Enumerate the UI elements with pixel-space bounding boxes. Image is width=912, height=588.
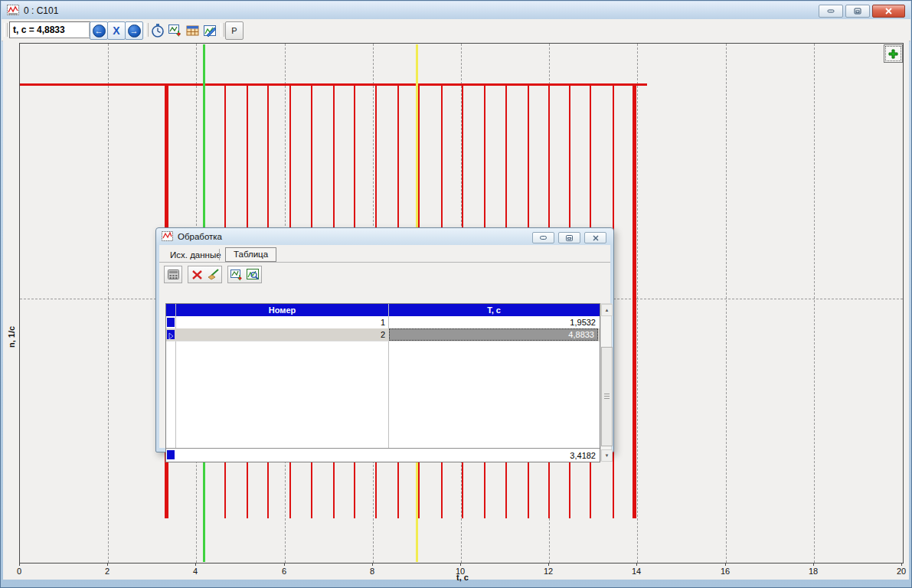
row-arrow-icon [167,332,175,341]
table-footer-row[interactable]: 3,4182 [166,448,600,462]
maximize-button[interactable] [845,5,870,18]
x-tick [372,563,373,566]
cell-number[interactable]: 2 [176,328,388,341]
table-scrollbar[interactable]: ▲ ▼ [600,303,612,461]
x-tick [195,563,196,566]
back-button[interactable]: ← [90,21,108,40]
dialog-maximize-button[interactable] [558,232,580,243]
scroll-up-button[interactable]: ▲ [601,304,613,316]
x-tick-label: 12 [544,567,553,576]
dialog-title-bar[interactable]: Обработка [156,228,613,245]
back-icon: ← [93,24,106,38]
table-row-selected[interactable]: 2 4,8833 [166,328,600,341]
gridline-vertical [726,44,727,563]
close-icon [593,235,599,241]
forward-button[interactable]: → [125,21,143,40]
stopwatch-icon [151,24,165,38]
chart-edit-button[interactable] [201,21,220,40]
thumb-grip [604,394,610,394]
x-tick [813,563,814,566]
current-row-marker [167,330,175,339]
delete-row-button[interactable] [188,266,206,283]
thumb-grip [604,396,610,397]
gridline-vertical [814,44,815,563]
cell-t[interactable]: 1,9532 [389,316,599,328]
x-tick-label: 6 [282,567,286,576]
minimize-icon [827,9,835,13]
dialog-minimize-button[interactable] [532,232,554,243]
column-header-number[interactable]: Номер [176,304,388,316]
x-tick [460,563,461,566]
maximize-icon [566,235,573,241]
dialog-toolbar [164,265,606,283]
x-tick [636,563,637,566]
x-tick [548,563,549,566]
close-button[interactable] [872,5,905,18]
table-icon [186,24,200,37]
x-tick-label: 14 [632,567,641,576]
minimize-button[interactable] [819,5,843,18]
row-marker [167,450,175,459]
selected-cell-t[interactable]: 4,8833 [389,328,598,341]
x-tick-label: 2 [105,567,110,576]
app-window: 0 : C101 t, c = 4,8833 ← X → [0,0,912,588]
y-axis-label: n, 1/c [7,326,16,348]
processing-dialog: Обработка Исх. данные Таблица [155,227,614,452]
tab-separator [219,249,220,260]
cursor-readout-field[interactable]: t, c = 4,8833 [9,21,90,38]
table-row[interactable]: 1 1,9532 [166,316,600,329]
x-tick [284,563,285,566]
chart-zoom-icon [247,269,260,280]
clear-x-icon: X [113,24,119,37]
x-tick [901,563,902,566]
thumb-grip [604,398,610,399]
x-tick-label: 10 [456,567,465,576]
dialog-title: Обработка [178,232,222,241]
tab-strip: Исх. данные Таблица [159,247,610,263]
row-marker [167,318,175,327]
x-tick-label: 16 [721,567,730,576]
close-icon [885,8,892,15]
plus-icon [888,49,898,59]
tab-source-data[interactable]: Исх. данные [165,249,226,261]
table-header: Номер T, c [166,304,600,316]
x-tick-label: 4 [193,567,198,576]
chart-export-button[interactable] [166,21,185,40]
calculator-button[interactable] [164,266,182,283]
x-tick [107,563,108,566]
stopwatch-button[interactable] [149,21,167,40]
gridline-vertical [108,44,109,563]
cell-number[interactable]: 1 [176,316,388,328]
clear-button[interactable]: X [107,21,126,40]
window-title: 0 : C101 [24,5,58,16]
x-tick [19,563,20,566]
zoom-plus-button[interactable] [884,44,903,63]
x-tick-label: 18 [809,567,818,576]
chart-arrow-icon [230,269,243,281]
x-tick-label: 8 [370,567,374,576]
p-button[interactable]: P [225,21,244,40]
footer-cell-t[interactable]: 3,4182 [389,449,599,462]
column-header-t[interactable]: T, c [389,304,599,316]
toolbar-grip [4,23,8,37]
forward-icon: → [128,24,141,38]
table-button[interactable] [184,21,202,40]
chart-zoom-button[interactable] [244,266,262,283]
app-icon [7,5,19,16]
calculator-icon [168,270,179,279]
scroll-down-button[interactable]: ▼ [601,449,613,462]
clear-table-button[interactable] [204,266,222,283]
broom-icon [207,269,220,280]
tab-table[interactable]: Таблица [225,247,276,262]
chart-refresh-button[interactable] [227,266,246,283]
dialog-body: Исх. данные Таблица [159,245,610,448]
toolbar-grip [221,23,224,37]
chart-export-icon [168,24,182,38]
x-tick-label: 20 [897,567,906,576]
scrollbar-thumb[interactable] [601,347,613,446]
delete-x-icon [191,270,203,280]
dialog-close-button[interactable] [584,232,606,243]
x-tick-label: 0 [17,567,21,576]
pulse-spike [633,85,636,518]
maximize-icon [854,8,861,15]
